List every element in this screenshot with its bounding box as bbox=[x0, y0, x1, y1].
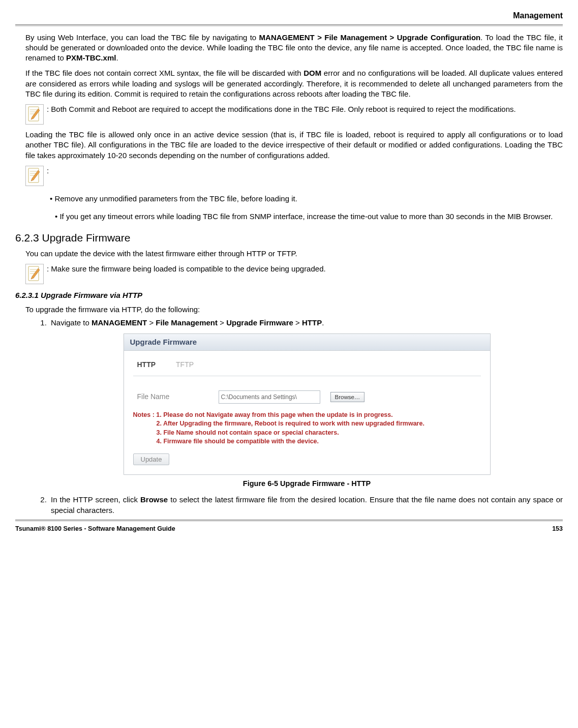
note-1: : Both Commit and Reboot are required to… bbox=[25, 104, 563, 125]
sec623-intro: You can update the device with the lates… bbox=[25, 249, 563, 259]
step1-b2: File Management bbox=[156, 318, 218, 327]
step1-t1: Navigate to bbox=[51, 318, 92, 327]
step1-s1: > bbox=[147, 318, 156, 327]
p2-t1: If the TBC file does not contain correct… bbox=[25, 69, 303, 77]
panel-title: Upgrade Firmware bbox=[124, 334, 490, 351]
step1-s3: > bbox=[293, 318, 302, 327]
pencil-note-icon bbox=[25, 104, 44, 125]
panel-note-2: 2. After Upgrading the firmware, Reboot … bbox=[133, 419, 481, 429]
step1-t2: . bbox=[322, 318, 324, 327]
panel-note-4: 4. Firmware file should be compatible wi… bbox=[133, 437, 481, 446]
heading-6-2-3-1: 6.2.3.1 Upgrade Firmware via HTTP bbox=[15, 290, 563, 300]
page-section-header: Management bbox=[15, 10, 563, 21]
panel-divider bbox=[133, 376, 481, 376]
note-1-text: : Both Commit and Reboot are required to… bbox=[47, 104, 563, 114]
header-rule bbox=[15, 24, 563, 26]
step1-b4: HTTP bbox=[302, 318, 322, 327]
bullet-1: • Remove any unmodified parameters from … bbox=[55, 194, 563, 204]
sec6231-intro: To upgrade the firmware via HTTP, do the… bbox=[25, 305, 563, 315]
step1-b3: Upgrade Firmware bbox=[226, 318, 293, 327]
page-footer: Tsunami® 8100 Series - Software Manageme… bbox=[15, 525, 563, 533]
panel-note-1: Notes : 1. Please do not Navigate away f… bbox=[133, 411, 481, 420]
paragraph-2: If the TBC file does not contain correct… bbox=[25, 68, 563, 99]
step2-t1: In the HTTP screen, click bbox=[51, 495, 140, 504]
heading-6-2-3: 6.2.3 Upgrade Firmware bbox=[15, 231, 563, 245]
note-3: : Make sure the firmware being loaded is… bbox=[25, 264, 563, 284]
footer-page-number: 153 bbox=[552, 525, 563, 533]
note-2-prefix: : bbox=[47, 166, 563, 176]
paragraph-3: Loading the TBC file is allowed only onc… bbox=[25, 130, 563, 161]
tab-http[interactable]: HTTP bbox=[137, 360, 156, 370]
file-name-input[interactable] bbox=[219, 390, 320, 404]
panel-note-3: 3. File Name should not contain space or… bbox=[133, 429, 481, 438]
pencil-note-icon bbox=[25, 166, 44, 186]
step2-b1: Browse bbox=[140, 495, 168, 504]
pencil-note-icon bbox=[25, 264, 44, 284]
step1-b1: MANAGEMENT bbox=[92, 318, 147, 327]
figure-caption: Figure 6-5 Upgrade Firmware - HTTP bbox=[51, 479, 563, 489]
panel-tabs: HTTP TFTP bbox=[133, 358, 481, 374]
p1-t1: By using Web Interface, you can load the… bbox=[25, 33, 259, 42]
footer-rule bbox=[15, 520, 563, 522]
browse-button[interactable]: Browse… bbox=[330, 392, 365, 402]
p1-b2: PXM-TBC.xml bbox=[66, 53, 116, 62]
file-name-label: File Name bbox=[137, 392, 208, 402]
note-3-text: : Make sure the firmware being loaded is… bbox=[47, 264, 563, 274]
file-row: File Name Browse… bbox=[133, 388, 481, 406]
step-1: Navigate to MANAGEMENT > File Management… bbox=[49, 318, 563, 489]
p2-b1: DOM bbox=[303, 69, 321, 77]
p1-t3: . bbox=[116, 53, 118, 62]
step1-s2: > bbox=[218, 318, 226, 327]
panel-notes: Notes : 1. Please do not Navigate away f… bbox=[133, 411, 481, 446]
tab-tftp[interactable]: TFTP bbox=[176, 360, 194, 370]
p1-b1: MANAGEMENT > File Management > Upgrade C… bbox=[259, 33, 481, 42]
footer-left: Tsunami® 8100 Series - Software Manageme… bbox=[15, 525, 175, 533]
note-2: : bbox=[25, 166, 563, 186]
upgrade-firmware-panel: Upgrade Firmware HTTP TFTP File Name Bro… bbox=[124, 333, 491, 475]
paragraph-1: By using Web Interface, you can load the… bbox=[25, 33, 563, 64]
update-button[interactable]: Update bbox=[133, 453, 170, 465]
bullet-2: • If you get any timeout errors while lo… bbox=[55, 211, 563, 222]
step-2: In the HTTP screen, click Browse to sele… bbox=[49, 495, 563, 515]
